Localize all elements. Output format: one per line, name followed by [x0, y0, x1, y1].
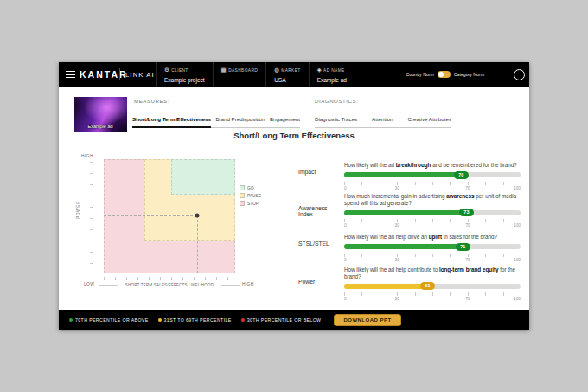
nav-item-label: CLIENT	[171, 68, 188, 73]
scale-tick	[468, 219, 469, 222]
header-divider	[119, 68, 120, 80]
metric-label: Awareness Index	[298, 205, 342, 217]
diagnostics-tabs: Diagnostic TracesAttentionCreative Attri…	[315, 116, 451, 128]
x-axis-high-label: HIGH	[242, 282, 254, 286]
scale-tick	[485, 182, 486, 185]
scale-tick-label: 70	[465, 258, 470, 262]
score-bar-fill: 70	[344, 172, 468, 177]
score-bar-fill: 51	[344, 284, 434, 289]
scale-tick	[344, 254, 345, 257]
scale-tick-label: 100	[514, 186, 521, 190]
nav-item-value: USA	[274, 77, 300, 83]
tab-brand-predisposition[interactable]: Brand Predisposition	[215, 116, 265, 128]
category-norm-label: Category Norm	[454, 72, 484, 77]
scale-tick-label: 30	[395, 223, 399, 228]
scale-tick	[450, 254, 451, 257]
nav-item-label: AD NAME	[323, 68, 345, 73]
scale-tick-label: 0	[344, 258, 347, 262]
nav-item-label: DASHBOARD	[228, 68, 258, 73]
nav-item-dashboard[interactable]: ▦DASHBOARD	[213, 62, 266, 87]
scale-tick	[380, 182, 380, 185]
score-bar-scale: 03070100	[344, 219, 521, 228]
top-bar: KANTAR LINK AI ⚙CLIENTExample project▦DA…	[59, 62, 529, 87]
metric-score-bar: 51	[344, 282, 521, 290]
nav-item-header: ⚙CLIENT	[164, 67, 205, 74]
scale-tick	[344, 219, 345, 222]
scale-tick	[397, 219, 398, 222]
nav-item-client[interactable]: ⚙CLIENTExample project	[156, 62, 213, 87]
globe-icon: ◍	[274, 67, 279, 74]
question-text: in sales for the brand?	[442, 234, 497, 240]
desktop-background: KANTAR LINK AI ⚙CLIENTExample project▦DA…	[0, 0, 588, 392]
percentile-label: 70TH PERCENTILE OR ABOVE	[75, 318, 149, 323]
nav-item-label: MARKET	[281, 68, 300, 73]
scale-tick	[485, 219, 486, 222]
scale-tick-label: 0	[344, 223, 347, 228]
ad-icon: ◈	[317, 67, 322, 74]
download-ppt-button[interactable]: DOWNLOAD PPT	[334, 314, 400, 326]
question-text: How likely will the ad help drive an	[344, 234, 429, 240]
x-axis-title: SHORT TERM SALES/EFFECTS LIKELIHOOD	[104, 283, 235, 287]
scale-tick	[468, 254, 469, 257]
norm-toggle[interactable]	[438, 71, 451, 78]
diagnostics-section-label: DIAGNOSTICS:	[315, 98, 358, 104]
nav-item-header: ◈AD NAME	[317, 67, 347, 74]
scale-tick	[415, 219, 416, 222]
tab-short-long-term-effectiveness[interactable]: Short/Long Term Effectiveness	[132, 116, 211, 128]
scale-tick	[361, 182, 362, 185]
nav-item-ad-name[interactable]: ◈AD NAMEExample ad	[309, 62, 355, 87]
tab-diagnostic-traces[interactable]: Diagnostic Traces	[315, 116, 357, 128]
crosshair-horizontal	[104, 215, 197, 216]
tab-engagement[interactable]: Engagement	[270, 116, 300, 128]
gear-icon: ⚙	[164, 67, 169, 74]
nav-item-market[interactable]: ◍MARKETUSA	[265, 62, 308, 87]
scale-tick-label: 100	[514, 223, 521, 228]
metric-label: Power	[298, 279, 342, 285]
percentile-dot	[158, 318, 162, 322]
scale-tick	[415, 254, 416, 257]
question-text: How likely will the ad	[344, 162, 396, 168]
scale-tick	[397, 292, 398, 296]
x-axis-ticks	[104, 277, 236, 280]
scale-tick	[503, 254, 504, 257]
scale-tick	[450, 292, 451, 296]
scale-tick	[380, 219, 380, 222]
scale-tick	[361, 219, 362, 222]
tab-attention[interactable]: Attention	[372, 116, 393, 128]
scale-tick-label: 30	[395, 258, 399, 262]
tab-creative-attributes[interactable]: Creative Attributes	[407, 116, 451, 128]
percentile-label: 31ST TO 69TH PERCENTILE	[164, 318, 232, 323]
quadrant-legend: GOPAUSESTOP	[240, 185, 261, 206]
nav-item-header: ◍MARKET	[274, 67, 300, 74]
scale-tick-label: 70	[465, 186, 470, 190]
scale-tick	[450, 182, 451, 185]
scale-tick-label: 0	[344, 186, 347, 190]
header-nav: ⚙CLIENTExample project▦DASHBOARD◍MARKETU…	[156, 62, 355, 87]
ad-thumbnail[interactable]: Example ad	[74, 97, 127, 132]
score-value-pill: 51	[420, 282, 435, 290]
question-text: How much incremental gain in advertising	[344, 193, 446, 199]
score-bar-scale: 03070100	[344, 292, 521, 302]
score-value-pill: 73	[459, 209, 474, 216]
legend-label: PAUSE	[247, 194, 261, 198]
percentile-legend-item: 30TH PERCENTILE OR BELOW	[241, 318, 322, 323]
hamburger-menu-icon[interactable]	[66, 71, 75, 78]
metric-score-bar: 73	[344, 209, 521, 216]
measures-tabs: Short/Long Term EffectivenessBrand Predi…	[132, 116, 300, 128]
scale-tick	[344, 182, 345, 185]
ellipsis-menu-icon[interactable]: ⋯	[514, 69, 525, 80]
crosshair-vertical	[197, 215, 198, 273]
scale-tick	[432, 182, 433, 185]
metric-question: How likely will the ad breakthrough and …	[344, 162, 521, 169]
score-bar-fill: 73	[344, 210, 473, 215]
scale-tick	[485, 292, 486, 296]
dashboard-icon: ▦	[221, 67, 227, 74]
norm-toggle-knob	[438, 72, 444, 77]
scale-tick	[361, 292, 362, 296]
y-axis-high-label: HIGH	[81, 154, 93, 158]
scale-tick	[468, 292, 469, 296]
scale-tick	[361, 254, 362, 257]
score-value-pill: 71	[456, 243, 470, 251]
app-window: KANTAR LINK AI ⚙CLIENTExample project▦DA…	[59, 62, 529, 330]
legend-label: STOP	[247, 202, 259, 206]
